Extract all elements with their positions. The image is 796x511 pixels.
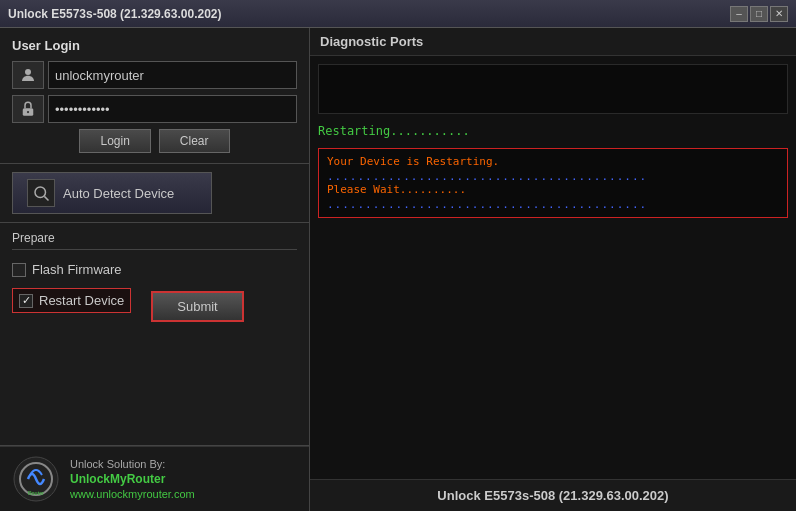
- auto-detect-label: Auto Detect Device: [63, 186, 174, 201]
- svg-line-4: [44, 196, 48, 200]
- restart-device-label: Restart Device: [39, 293, 124, 308]
- right-panel: Diagnostic Ports Restarting........... Y…: [310, 28, 796, 511]
- close-button[interactable]: ✕: [770, 6, 788, 22]
- submit-button[interactable]: Submit: [151, 291, 243, 322]
- svg-point-0: [25, 69, 31, 75]
- diagnostic-title: Diagnostic Ports: [320, 34, 423, 49]
- flash-firmware-label: Flash Firmware: [32, 262, 122, 277]
- diagnostic-empty-area: [318, 64, 788, 114]
- flash-firmware-checkbox[interactable]: [12, 263, 26, 277]
- user-login-title: User Login: [12, 38, 297, 53]
- maximize-button[interactable]: □: [750, 6, 768, 22]
- restart-device-row: ✓ Restart Device: [12, 288, 131, 313]
- restarting-status: Restarting...........: [318, 122, 788, 140]
- svg-point-2: [27, 111, 29, 113]
- clear-button[interactable]: Clear: [159, 129, 230, 153]
- diagnostic-message-box: Your Device is Restarting. .............…: [318, 148, 788, 218]
- brand-name: UnlockMyRouter: [70, 472, 195, 486]
- window-controls: – □ ✕: [730, 6, 788, 22]
- svg-text:Router: Router: [28, 490, 44, 496]
- diagnostic-content: Restarting........... Your Device is Res…: [310, 56, 796, 479]
- window-title: Unlock E5573s-508 (21.329.63.00.202): [8, 7, 221, 21]
- diagnostic-footer: Unlock E5573s-508 (21.329.63.00.202): [310, 479, 796, 511]
- password-icon: [12, 95, 44, 123]
- restart-device-checkbox[interactable]: ✓: [19, 294, 33, 308]
- auto-detect-button[interactable]: Auto Detect Device: [12, 172, 212, 214]
- title-bar: Unlock E5573s-508 (21.329.63.00.202) – □…: [0, 0, 796, 28]
- left-panel: User Login: [0, 28, 310, 511]
- minimize-button[interactable]: –: [730, 6, 748, 22]
- main-layout: User Login: [0, 28, 796, 511]
- user-icon: [12, 61, 44, 89]
- password-row: [12, 95, 297, 123]
- user-login-section: User Login: [0, 28, 309, 164]
- message-line-1: Your Device is Restarting.: [327, 155, 779, 168]
- message-line-4: ........................................…: [327, 198, 779, 211]
- login-button[interactable]: Login: [79, 129, 150, 153]
- password-input[interactable]: [48, 95, 297, 123]
- diagnostic-header: Diagnostic Ports: [310, 28, 796, 56]
- brand-url: www.unlockmyrouter.com: [70, 488, 195, 500]
- brand-footer: Router Unlock Solution By: UnlockMyRoute…: [0, 446, 309, 511]
- search-icon: [27, 179, 55, 207]
- brand-info: Unlock Solution By: UnlockMyRouter www.u…: [70, 458, 195, 500]
- message-line-3: Please Wait..........: [327, 183, 779, 196]
- username-input[interactable]: [48, 61, 297, 89]
- flash-firmware-row: Flash Firmware: [12, 260, 297, 279]
- svg-point-3: [35, 187, 46, 198]
- prepare-section: Prepare Flash Firmware ✓ Restart Device …: [0, 223, 309, 446]
- login-buttons: Login Clear: [12, 129, 297, 153]
- message-line-2: ........................................…: [327, 170, 779, 183]
- unlock-solution-label: Unlock Solution By:: [70, 458, 195, 470]
- brand-logo: Router: [12, 455, 60, 503]
- prepare-title: Prepare: [12, 231, 297, 250]
- footer-device-label: Unlock E5573s-508 (21.329.63.00.202): [437, 488, 668, 503]
- username-row: [12, 61, 297, 89]
- auto-detect-section: Auto Detect Device: [0, 164, 309, 223]
